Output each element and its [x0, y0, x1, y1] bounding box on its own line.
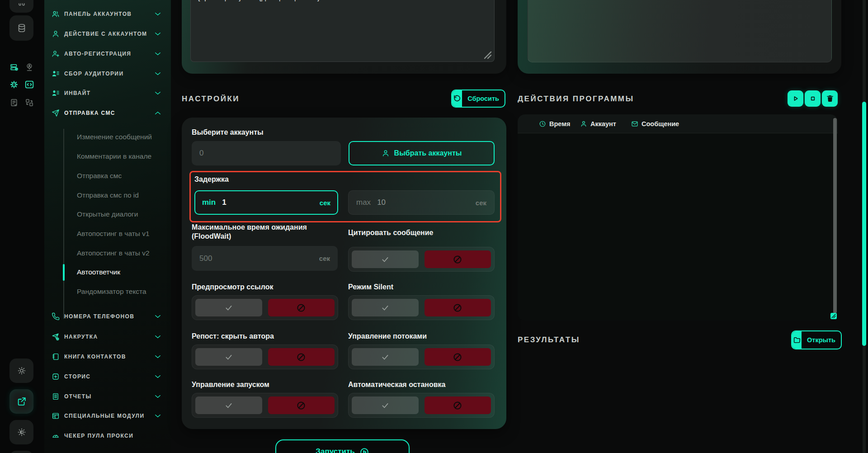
sidebar-item-avto-registraciya[interactable]: АВТО-РЕГИСТРАЦИЯ [44, 46, 171, 62]
delay-min-prefix: min [202, 198, 216, 207]
submenu-item-avtoposting-v1[interactable]: Автопостинг в чаты v1 [44, 226, 171, 242]
sidebar-item-sbor-auditorii[interactable]: СБОР АУДИТОРИИ [44, 66, 171, 82]
sidebar-item-label: ПАНЕЛЬ АККАУНТОВ [64, 11, 132, 17]
user-list-icon [52, 70, 60, 78]
open-results-label: Открыть [802, 331, 841, 349]
rail-bottom-button[interactable] [9, 451, 33, 453]
rail-top-button[interactable] [9, 0, 33, 13]
delay-max-input[interactable]: max 10 сек [348, 190, 495, 215]
open-results-button[interactable]: Открыть [791, 330, 842, 349]
check-icon [225, 401, 233, 410]
preview-card [518, 0, 841, 74]
table-scrollbar-thumb[interactable] [833, 118, 837, 313]
submenu-item-izmenenie-soobshcheniy[interactable]: Изменение сообщений [44, 129, 171, 145]
toggle-disable-button[interactable] [425, 250, 491, 268]
reset-label: Сбросить [462, 90, 505, 107]
reset-button[interactable]: Сбросить [451, 90, 505, 108]
message-textarea[interactable]: {привет|хай}. как {дела|сам|жизнь}? [190, 0, 495, 62]
page-scrollbar-thumb[interactable] [862, 102, 866, 346]
toggle-disable-button[interactable] [268, 348, 335, 366]
delay-label: Задержка [194, 175, 229, 184]
brightness-icon [17, 427, 27, 437]
sidebar-item-nomera-telefonov[interactable]: НОМЕРА ТЕЛЕФОНОВ [44, 308, 171, 325]
deny-icon [296, 352, 306, 362]
sidebar-item-storis[interactable]: СТОРИС [44, 368, 171, 385]
chevron-down-icon [154, 70, 162, 78]
toggle-enable-button[interactable] [352, 348, 419, 366]
sidebar-item-invayt[interactable]: ИНВАЙТ [44, 85, 171, 101]
toggle-enable-button[interactable] [352, 299, 419, 316]
external-link-icon [17, 396, 27, 406]
folder-icon-box [792, 331, 802, 349]
submenu-item-label: Автопостинг в чаты v2 [77, 249, 150, 257]
toggle-quote-message [348, 247, 495, 272]
toggle-disable-button[interactable] [425, 348, 491, 366]
toggle-label-silent: Режим Silent [348, 283, 393, 292]
sidebar-item-kniga-kontaktov[interactable]: КНИГА КОНТАКТОВ [44, 349, 171, 365]
sidebar-item-panel-akkauntov[interactable]: ПАНЕЛЬ АККАУНТОВ [44, 6, 171, 22]
database-icon [17, 23, 27, 33]
clear-log-button[interactable] [822, 90, 838, 107]
accounts-count-input[interactable]: 0 [192, 141, 341, 165]
submenu-item-kommentarii-v-kanale[interactable]: Комментарии в канале [44, 148, 171, 165]
toggle-enable-button[interactable] [352, 396, 419, 414]
toggle-enable-button[interactable] [195, 348, 262, 366]
table-resize-grip[interactable] [830, 313, 837, 319]
start-button[interactable]: Запустить [275, 439, 410, 453]
reset-icon-box [452, 90, 462, 107]
swap-button[interactable] [24, 97, 35, 109]
sidebar-item-label: ИНВАЙТ [64, 90, 90, 96]
doc-check-button[interactable] [8, 97, 20, 109]
chevron-down-icon [154, 30, 162, 38]
bot-gear-button[interactable] [8, 79, 20, 90]
deny-icon [453, 303, 462, 313]
delay-min-input[interactable]: min 1 сек [194, 190, 338, 215]
submenu-item-randomizator-teksta[interactable]: Рандомизатор текста [44, 283, 171, 300]
sidebar-item-cheker-pula-proksi[interactable]: ЧЕКЕР ПУЛА ПРОКСИ [44, 428, 171, 444]
accounts-count-value: 0 [199, 149, 203, 158]
sidebar-item-deystvie-s-akkauntom[interactable]: ДЕЙСТВИЕ С АККАУНТОМ [44, 26, 171, 42]
settings-card: Выберите аккаунты 0 Выбрать аккаунты Зад… [182, 118, 506, 429]
submenu-item-avtoposting-v2[interactable]: Автопостинг в чаты v2 [44, 245, 171, 261]
server-check-button[interactable] [8, 61, 20, 73]
floodwait-input[interactable]: 500 сек [192, 246, 338, 271]
stop-icon [809, 94, 817, 103]
sidebar-item-otchety[interactable]: ОТЧЕТЫ [44, 388, 171, 405]
settings-button[interactable] [9, 359, 33, 383]
sidebar-item-label: КНИГА КОНТАКТОВ [64, 354, 126, 360]
webcam-person-button[interactable] [24, 61, 35, 73]
sidebar-item-otpravka-sms[interactable]: ОТПРАВКА СМС [44, 105, 171, 121]
app-window: ПАНЕЛЬ АККАУНТОВ ДЕЙСТВИЕ С АККАУНТОМ АВ… [0, 0, 868, 453]
toggle-disable-button[interactable] [268, 299, 335, 316]
submenu-item-otkrytye-dialogi[interactable]: Открытые диалоги [44, 206, 171, 222]
check-icon [381, 401, 389, 410]
toggle-thread-control [348, 344, 495, 369]
code-window-button[interactable] [24, 79, 35, 90]
toggle-enable-button[interactable] [352, 250, 419, 268]
toggle-disable-button[interactable] [268, 396, 335, 414]
toggle-enable-button[interactable] [195, 396, 262, 414]
database-button[interactable] [9, 15, 33, 41]
check-icon [225, 304, 233, 312]
stop-button[interactable] [805, 90, 821, 107]
toggle-enable-button[interactable] [195, 299, 262, 316]
toggle-disable-button[interactable] [425, 299, 491, 316]
sidebar-item-nakrutka[interactable]: НАКРУТКА [44, 329, 171, 345]
sidebar-item-specialnye-moduli[interactable]: СПЕЦИАЛЬНЫЕ МОДУЛИ [44, 408, 171, 424]
submenu-item-otpravka-sms-po-id[interactable]: Отправка смс по id [44, 187, 171, 203]
column-label: Время [549, 120, 570, 127]
preview-box[interactable] [528, 0, 832, 62]
submenu-item-otpravka-sms[interactable]: Отправка смс [44, 168, 171, 184]
brightness-button[interactable] [9, 420, 33, 444]
chevron-down-icon [154, 50, 162, 58]
submenu-item-avtootvetchik[interactable]: Автоответчик [44, 264, 171, 280]
toggle-label-thread-control: Управление потоками [348, 332, 427, 341]
resize-grip-icon[interactable] [484, 51, 492, 59]
toggle-disable-button[interactable] [425, 396, 491, 414]
select-accounts-button[interactable]: Выбрать аккаунты [349, 141, 495, 165]
run-button[interactable] [788, 90, 803, 107]
chevron-down-icon [154, 373, 162, 381]
submenu-item-label: Комментарии в канале [77, 152, 151, 160]
external-link-button[interactable] [9, 389, 33, 414]
chevron-down-icon [154, 412, 162, 420]
